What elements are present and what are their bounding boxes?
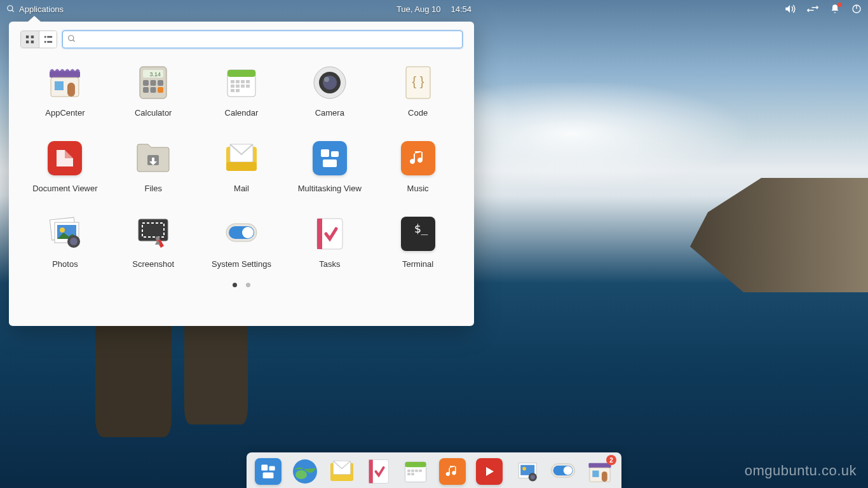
app-label: Music — [407, 184, 429, 193]
files-icon — [133, 138, 173, 179]
page-dot-2[interactable] — [246, 283, 250, 287]
music-icon — [398, 138, 438, 179]
svg-point-97 — [564, 466, 573, 475]
app-calendar[interactable]: Calendar — [201, 60, 283, 120]
svg-point-92 — [522, 467, 526, 471]
svg-rect-39 — [231, 89, 234, 92]
svg-rect-23 — [143, 80, 149, 86]
dock-appcenter[interactable]: 2 — [585, 456, 615, 487]
dock-web[interactable] — [290, 456, 320, 487]
videos-icon — [476, 458, 503, 485]
dock-mail[interactable] — [327, 456, 357, 487]
app-label: Files — [144, 184, 161, 193]
app-label: AppCenter — [45, 108, 85, 118]
svg-rect-11 — [47, 36, 52, 38]
applications-menu-button[interactable]: Applications — [6, 4, 64, 14]
grid-view-button[interactable] — [21, 31, 39, 48]
app-label: Multitasking View — [298, 184, 362, 193]
calendar-icon — [402, 458, 429, 485]
app-grid: AppCenter 3.14 Calculator Calendar Camer… — [20, 60, 463, 271]
dock-tasks[interactable] — [363, 456, 394, 487]
dock-calendar[interactable] — [400, 456, 431, 487]
app-label: Terminal — [402, 259, 433, 269]
app-label: Code — [408, 108, 428, 118]
desktop: Applications Tue, Aug 10 14:54 — [0, 0, 868, 488]
app-mail[interactable]: Mail — [201, 135, 283, 196]
app-camera[interactable]: Camera — [288, 60, 370, 120]
calendar-icon — [221, 62, 262, 103]
network-icon[interactable] — [807, 4, 818, 13]
search-input[interactable] — [62, 30, 463, 48]
svg-rect-10 — [44, 36, 46, 38]
dock-photos[interactable] — [511, 456, 541, 487]
app-label: Screenshot — [132, 259, 174, 269]
app-label: Document Viewer — [32, 184, 97, 193]
svg-text:{ }: { } — [412, 74, 424, 88]
svg-rect-34 — [246, 80, 250, 83]
page-dot-1[interactable] — [233, 283, 237, 287]
svg-point-72 — [318, 243, 320, 245]
app-code[interactable]: { } Code — [377, 60, 459, 120]
app-document-viewer[interactable]: Document Viewer — [24, 135, 106, 196]
dock-settings[interactable] — [548, 456, 578, 487]
document-viewer-icon — [44, 138, 85, 179]
camera-icon — [309, 62, 350, 103]
panel-date[interactable]: Tue, Aug 10 — [397, 4, 441, 14]
svg-point-77 — [295, 470, 307, 479]
app-multitasking-view[interactable]: Multitasking View — [288, 135, 370, 196]
power-icon[interactable] — [851, 4, 862, 14]
notification-badge — [837, 3, 842, 7]
app-calculator[interactable]: 3.14 Calculator — [112, 60, 194, 120]
app-music[interactable]: Music — [377, 135, 459, 196]
page-indicator — [20, 283, 463, 287]
svg-text:3.14: 3.14 — [150, 71, 161, 78]
update-badge: 2 — [606, 455, 616, 465]
photos-icon — [44, 214, 85, 254]
svg-line-1 — [12, 10, 14, 12]
svg-rect-12 — [44, 41, 46, 43]
svg-rect-6 — [26, 36, 29, 38]
notifications-icon[interactable] — [830, 4, 840, 14]
svg-rect-18 — [55, 81, 64, 90]
svg-rect-31 — [231, 80, 234, 83]
app-label: Tasks — [319, 259, 340, 269]
svg-rect-101 — [602, 471, 607, 482]
svg-rect-36 — [236, 85, 240, 88]
svg-rect-7 — [31, 36, 34, 38]
app-appcenter[interactable]: AppCenter — [24, 60, 106, 120]
app-tasks[interactable]: Tasks — [288, 211, 370, 271]
category-view-button[interactable] — [39, 31, 57, 48]
dock: 2 — [247, 452, 621, 488]
app-label: Calculator — [135, 108, 172, 118]
svg-rect-9 — [31, 41, 34, 43]
svg-rect-88 — [407, 473, 410, 475]
svg-rect-52 — [331, 151, 339, 157]
svg-rect-40 — [236, 89, 240, 92]
app-files[interactable]: Files — [112, 135, 194, 196]
volume-icon[interactable] — [784, 3, 796, 15]
svg-rect-25 — [158, 80, 163, 86]
dock-videos[interactable] — [474, 456, 505, 487]
svg-rect-100 — [592, 471, 599, 477]
list-icon — [44, 35, 53, 44]
app-system-settings[interactable]: System Settings — [201, 211, 283, 271]
svg-rect-24 — [151, 80, 156, 86]
svg-rect-74 — [269, 466, 275, 471]
svg-point-94 — [531, 475, 535, 479]
svg-rect-26 — [143, 87, 149, 93]
svg-rect-50 — [226, 162, 257, 171]
panel-time[interactable]: 14:54 — [451, 4, 472, 14]
app-photos[interactable]: Photos — [24, 211, 106, 271]
svg-rect-84 — [407, 470, 410, 472]
svg-rect-89 — [411, 473, 414, 475]
terminal-icon: $_ — [398, 214, 438, 254]
app-screenshot[interactable]: Screenshot — [112, 211, 194, 271]
music-icon — [439, 458, 466, 485]
dock-multitasking[interactable] — [253, 456, 283, 487]
settings-icon — [221, 214, 262, 254]
app-terminal[interactable]: $_ Terminal — [377, 211, 459, 271]
dock-music[interactable] — [437, 456, 468, 487]
svg-rect-8 — [26, 41, 29, 43]
svg-point-0 — [8, 6, 13, 11]
app-label: Mail — [234, 184, 249, 193]
